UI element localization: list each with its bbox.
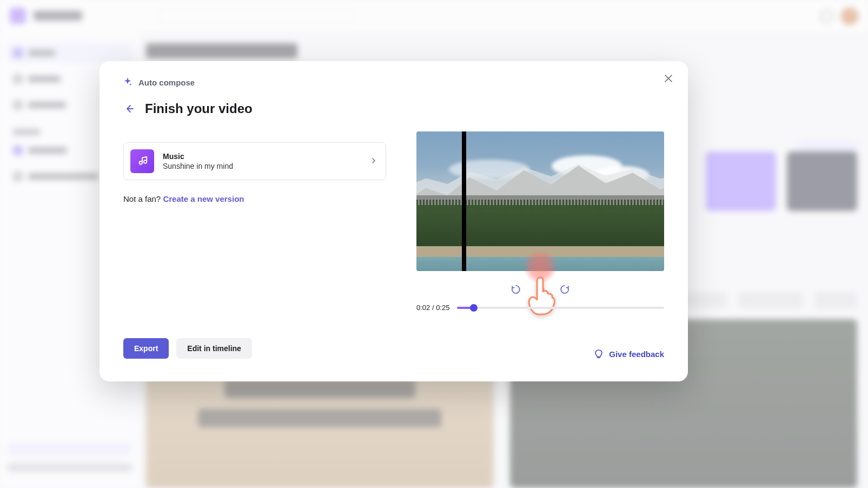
play-button[interactable] (532, 281, 549, 298)
finish-video-modal: Auto compose Finish your video Music Sun… (100, 61, 688, 381)
video-thumbnail[interactable] (416, 131, 664, 271)
sparkle-icon (123, 77, 132, 88)
regenerate-prompt: Not a fan? Create a new version (123, 194, 244, 203)
video-preview-pane: 0:02 / 0:25 (416, 131, 664, 312)
forward-icon (559, 284, 570, 295)
give-feedback-link[interactable]: Give feedback (594, 349, 664, 359)
player-controls (416, 279, 664, 300)
seek-row: 0:02 / 0:25 (416, 304, 664, 312)
music-selector[interactable]: Music Sunshine in my mind (123, 142, 386, 180)
rewind-button[interactable] (509, 282, 523, 296)
edit-in-timeline-button[interactable]: Edit in timeline (176, 338, 252, 359)
seek-thumb[interactable] (470, 304, 478, 312)
music-heading: Music (163, 152, 362, 161)
timecode: 0:02 / 0:25 (416, 304, 449, 312)
auto-compose-label: Auto compose (123, 77, 195, 88)
export-button[interactable]: Export (123, 338, 169, 359)
rewind-icon (511, 284, 521, 295)
close-icon (665, 75, 672, 82)
modal-title: Finish your video (145, 101, 253, 116)
chevron-right-icon (370, 156, 377, 166)
music-track-name: Sunshine in my mind (163, 162, 362, 170)
music-icon (130, 149, 154, 173)
play-icon (538, 285, 545, 294)
create-new-version-link[interactable]: Create a new version (163, 194, 244, 203)
auto-compose-text: Auto compose (138, 78, 195, 87)
give-feedback-text: Give feedback (609, 349, 664, 359)
forward-button[interactable] (558, 282, 572, 296)
not-a-fan-text: Not a fan? (123, 194, 163, 203)
lightbulb-icon (594, 349, 604, 359)
arrow-left-icon (124, 104, 134, 114)
close-button[interactable] (661, 71, 676, 86)
transition-divider (462, 131, 466, 271)
seek-track[interactable] (457, 307, 664, 309)
back-button[interactable] (123, 103, 135, 115)
